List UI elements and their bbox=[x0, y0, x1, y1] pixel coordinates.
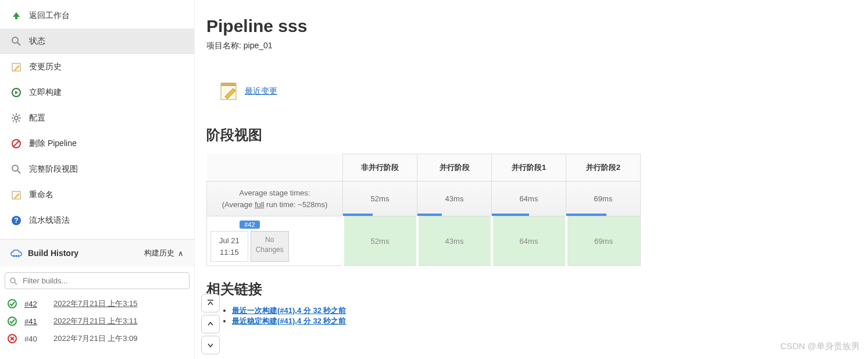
nav-label: 流水线语法 bbox=[29, 215, 70, 226]
svg-point-23 bbox=[10, 278, 15, 283]
build-date[interactable]: 2022年7月21日 上午3:09 bbox=[53, 333, 138, 344]
stage-header: 并行阶段2 bbox=[566, 154, 641, 182]
stage-avg-row: Average stage times: (Average full run t… bbox=[207, 182, 641, 216]
stage-header-empty bbox=[207, 154, 343, 182]
build-trend-link[interactable]: 构建历史 ∧ bbox=[144, 248, 184, 258]
svg-line-1 bbox=[17, 42, 20, 45]
search-icon bbox=[9, 277, 17, 285]
nav-changes[interactable]: 变更历史 bbox=[0, 54, 194, 80]
svg-line-9 bbox=[13, 115, 14, 116]
build-trend-label: 构建历史 bbox=[144, 248, 174, 258]
svg-line-10 bbox=[19, 120, 20, 122]
build-row[interactable]: #40 2022年7月21日 上午3:09 bbox=[0, 330, 194, 347]
run-changes[interactable]: NoChanges bbox=[251, 231, 289, 262]
avg-time: 43ms bbox=[417, 182, 492, 216]
nav-label: 删除 Pipeline bbox=[29, 138, 77, 149]
nav-label: 返回工作台 bbox=[29, 10, 70, 21]
filter-input[interactable] bbox=[5, 272, 190, 289]
stage-header-row: 非并行阶段 并行阶段 并行阶段1 并行阶段2 bbox=[207, 154, 641, 182]
related-link[interactable]: 最近一次构建(#41),4 分 32 秒之前 bbox=[232, 306, 347, 315]
nav-label: 重命名 bbox=[29, 190, 53, 200]
scroll-controls bbox=[201, 294, 220, 354]
nav-back[interactable]: 返回工作台 bbox=[0, 3, 194, 29]
nav-label: 状态 bbox=[29, 36, 45, 47]
scroll-top-button[interactable] bbox=[201, 294, 220, 312]
nav-rename[interactable]: 重命名 bbox=[0, 182, 194, 208]
page-title: Pipeline sss bbox=[206, 16, 856, 36]
svg-line-11 bbox=[13, 120, 14, 122]
nav-syntax[interactable]: ? 流水线语法 bbox=[0, 208, 194, 233]
stage-cell[interactable]: 69ms bbox=[566, 216, 641, 266]
nav-label: 变更历史 bbox=[29, 62, 62, 72]
nav-status[interactable]: 状态 bbox=[0, 29, 194, 54]
watermark: CSDN @单身贵族男 bbox=[780, 341, 860, 352]
nav-delete[interactable]: 删除 Pipeline bbox=[0, 131, 194, 157]
stage-table: 非并行阶段 并行阶段 并行阶段1 并行阶段2 Average stage tim… bbox=[206, 154, 641, 266]
build-row[interactable]: #41 2022年7月21日 上午3:11 bbox=[0, 312, 194, 330]
nav-list: 返回工作台 状态 变更历史 立即构建 配置 删除 Pipeline bbox=[0, 0, 194, 233]
nav-label: 立即构建 bbox=[29, 87, 62, 98]
related-link[interactable]: 最近稳定构建(#41),4 分 32 秒之前 bbox=[232, 317, 347, 325]
recent-change: 最近变更 bbox=[218, 80, 856, 102]
stage-header: 并行阶段 bbox=[417, 154, 492, 182]
fail-icon bbox=[7, 333, 17, 344]
nav-label: 配置 bbox=[29, 113, 45, 123]
svg-rect-2 bbox=[12, 63, 20, 71]
nav-full-stage[interactable]: 完整阶段视图 bbox=[0, 157, 194, 182]
svg-line-14 bbox=[13, 141, 19, 147]
svg-point-0 bbox=[12, 37, 18, 43]
svg-rect-17 bbox=[12, 191, 20, 199]
stage-header: 并行阶段1 bbox=[492, 154, 566, 182]
avg-time: 52ms bbox=[343, 182, 417, 216]
avg-time: 69ms bbox=[566, 182, 641, 216]
sidebar: 返回工作台 状态 变更历史 立即构建 配置 删除 Pipeline bbox=[0, 0, 195, 359]
svg-point-26 bbox=[8, 317, 16, 325]
svg-point-15 bbox=[12, 165, 18, 171]
nav-label: 完整阶段视图 bbox=[29, 164, 78, 175]
avg-time: 64ms bbox=[492, 182, 566, 216]
stage-cell[interactable]: 52ms bbox=[343, 216, 417, 266]
success-icon bbox=[7, 316, 17, 326]
build-history-title: Build History bbox=[28, 248, 78, 258]
avg-label: Average stage times: (Average full run t… bbox=[207, 182, 343, 216]
stage-cell[interactable]: 43ms bbox=[417, 216, 492, 266]
help-icon: ? bbox=[10, 215, 22, 226]
build-history-panel: Build History 构建历史 ∧ #42 2022年7月21日 上午3:… bbox=[0, 239, 194, 347]
up-arrow-icon bbox=[10, 10, 22, 22]
run-date: Jul 2111:15 bbox=[210, 231, 248, 262]
stage-run-row[interactable]: #42 Jul 2111:15 NoChanges bbox=[207, 216, 641, 266]
notepad-icon bbox=[10, 61, 22, 73]
related-links-title: 相关链接 bbox=[206, 280, 856, 298]
project-name: 项目名称: pipe_01 bbox=[206, 41, 856, 51]
main-content: Pipeline sss 项目名称: pipe_01 最近变更 阶段视图 非并行… bbox=[195, 0, 868, 359]
build-number[interactable]: #40 bbox=[24, 335, 47, 343]
run-info: #42 Jul 2111:15 NoChanges bbox=[207, 216, 343, 266]
gear-icon bbox=[10, 112, 22, 124]
build-number[interactable]: #41 bbox=[24, 317, 47, 326]
scroll-down-button[interactable] bbox=[201, 336, 220, 354]
svg-rect-31 bbox=[221, 83, 236, 86]
clock-play-icon bbox=[10, 87, 22, 98]
chevron-up-icon: ∧ bbox=[178, 249, 184, 258]
build-date[interactable]: 2022年7月21日 上午3:11 bbox=[53, 316, 138, 326]
search-icon bbox=[10, 35, 22, 47]
run-badge[interactable]: #42 bbox=[240, 221, 259, 229]
build-number[interactable]: #42 bbox=[24, 300, 47, 308]
svg-line-16 bbox=[17, 170, 20, 173]
notepad-icon bbox=[10, 189, 22, 201]
build-date[interactable]: 2022年7月21日 上午3:15 bbox=[53, 298, 138, 309]
recent-change-link[interactable]: 最近变更 bbox=[245, 86, 277, 97]
notepad-icon bbox=[218, 80, 240, 102]
nav-build-now[interactable]: 立即构建 bbox=[0, 80, 194, 105]
nav-configure[interactable]: 配置 bbox=[0, 105, 194, 131]
build-row[interactable]: #42 2022年7月21日 上午3:15 bbox=[0, 295, 194, 312]
search-icon bbox=[10, 163, 22, 175]
filter-box bbox=[5, 272, 190, 289]
svg-point-4 bbox=[15, 116, 18, 120]
svg-line-24 bbox=[15, 282, 17, 285]
svg-point-25 bbox=[8, 300, 16, 308]
cloud-icon bbox=[10, 249, 22, 257]
stage-cell[interactable]: 64ms bbox=[492, 216, 566, 266]
scroll-up-button[interactable] bbox=[201, 315, 220, 333]
build-history-header[interactable]: Build History 构建历史 ∧ bbox=[0, 240, 194, 266]
